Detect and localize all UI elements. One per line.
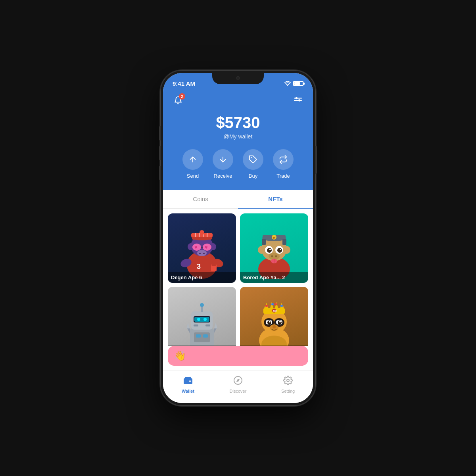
send-button[interactable]: Send: [182, 149, 203, 179]
svg-point-29: [197, 250, 207, 256]
svg-marker-108: [236, 379, 240, 382]
nav-discover[interactable]: Discover: [213, 374, 263, 395]
svg-point-53: [275, 255, 277, 257]
receive-icon: [219, 155, 227, 164]
notch: [212, 73, 264, 84]
discover-icon: [233, 376, 243, 388]
svg-point-23: [200, 230, 204, 235]
receive-icon-circle: [213, 149, 233, 170]
svg-point-99: [269, 321, 271, 322]
svg-rect-58: [196, 334, 201, 338]
send-icon: [188, 155, 197, 164]
balance-amount: $5730: [216, 114, 260, 132]
nft-card-bored-ape[interactable]: ★: [240, 213, 308, 283]
svg-rect-41: [262, 239, 266, 245]
settings-button[interactable]: [291, 93, 305, 107]
sliders-icon: [294, 96, 302, 105]
degen-ape-svg: ♥ ♥ 3: [176, 217, 228, 279]
svg-point-30: [199, 253, 201, 254]
svg-point-88: [271, 303, 274, 305]
buy-button[interactable]: Buy: [243, 149, 263, 179]
nav-setting[interactable]: Setting: [263, 374, 313, 395]
bored-ape-svg: ★: [248, 217, 300, 279]
svg-point-67: [197, 318, 200, 321]
tab-coins[interactable]: Coins: [163, 190, 238, 209]
header: 2 $5730 @My wallet: [163, 90, 313, 190]
notification-button[interactable]: 2: [171, 93, 185, 107]
svg-point-49: [269, 249, 271, 250]
svg-point-87: [265, 305, 268, 307]
camera: [236, 76, 240, 80]
nft-trash-panda-art: BK: [240, 287, 308, 346]
receive-button[interactable]: Receive: [213, 149, 233, 179]
trash-panda-svg: BK: [248, 291, 300, 346]
compass-svg: [233, 376, 243, 385]
phone-screen: 9:41 AM: [163, 73, 313, 403]
trade-label: Trade: [276, 173, 290, 179]
nft-mekaverse-label: Mekaverse 1: [168, 345, 236, 346]
buy-icon-circle: [243, 149, 263, 170]
status-time: 9:41 AM: [173, 80, 195, 87]
svg-point-90: [280, 305, 283, 307]
svg-point-48: [277, 248, 282, 253]
nft-grid: ♥ ♥ 3: [163, 209, 313, 346]
tabs: Coins NFTs: [163, 190, 313, 209]
status-bar: 9:41 AM: [163, 73, 313, 90]
svg-text:BK: BK: [273, 310, 277, 313]
svg-rect-72: [205, 324, 210, 326]
svg-rect-59: [203, 334, 208, 338]
svg-text:♥: ♥: [194, 244, 198, 250]
nav-wallet[interactable]: Wallet: [163, 374, 213, 395]
gear-svg: [283, 376, 293, 385]
nft-card-degen-ape[interactable]: ♥ ♥ 3: [168, 213, 236, 283]
svg-text:3: 3: [197, 263, 201, 271]
svg-rect-42: [282, 239, 286, 245]
svg-point-37: [258, 246, 265, 254]
wallet-name: @My wallet: [224, 133, 253, 140]
nft-mekaverse-art: [168, 287, 236, 346]
svg-text:★: ★: [273, 236, 275, 240]
status-icons: [284, 81, 303, 86]
wifi-icon: [284, 81, 291, 86]
pink-banner[interactable]: 👋: [168, 346, 308, 366]
pink-banner-icon: 👋: [174, 350, 186, 361]
svg-point-105: [273, 325, 276, 328]
action-buttons: Send Receive: [182, 149, 294, 179]
svg-rect-66: [194, 317, 209, 322]
svg-point-52: [271, 255, 273, 257]
nft-card-trash-panda[interactable]: BK: [240, 287, 308, 346]
nft-trash-panda-label: Trash Panda 1: [240, 345, 308, 346]
svg-marker-62: [186, 322, 190, 328]
svg-point-109: [287, 379, 289, 382]
buy-label: Buy: [249, 173, 257, 179]
setting-icon: [283, 376, 293, 388]
tab-nfts[interactable]: NFTs: [238, 190, 313, 209]
svg-point-0: [287, 85, 288, 86]
svg-point-31: [203, 253, 205, 254]
wallet-svg: [183, 376, 193, 385]
bottom-nav: Wallet Discover Settin: [163, 370, 313, 403]
trade-icon-circle: [273, 149, 294, 170]
nft-card-mekaverse[interactable]: Mekaverse 1: [168, 287, 236, 346]
svg-point-38: [283, 246, 290, 254]
receive-label: Receive: [214, 173, 232, 179]
wallet-icon: [183, 376, 193, 388]
svg-point-89: [274, 303, 277, 305]
svg-marker-60: [187, 328, 190, 334]
nav-wallet-label: Wallet: [182, 389, 194, 393]
nav-discover-label: Discover: [230, 389, 247, 393]
svg-rect-34: [211, 264, 216, 266]
svg-point-47: [267, 248, 272, 253]
trade-icon: [279, 155, 288, 164]
nft-bored-ape-label: Bored Ape Ya... 2: [240, 272, 308, 283]
send-icon-circle: [182, 149, 203, 170]
svg-point-106: [189, 380, 191, 382]
notification-badge: 2: [179, 93, 185, 100]
trade-button[interactable]: Trade: [273, 149, 294, 179]
header-top-row: 2: [171, 93, 305, 107]
svg-point-100: [279, 321, 281, 322]
svg-point-70: [200, 303, 204, 307]
nft-degen-ape-label: Degen Ape 6: [168, 272, 236, 283]
nav-setting-label: Setting: [281, 389, 295, 393]
send-label: Send: [187, 173, 199, 179]
